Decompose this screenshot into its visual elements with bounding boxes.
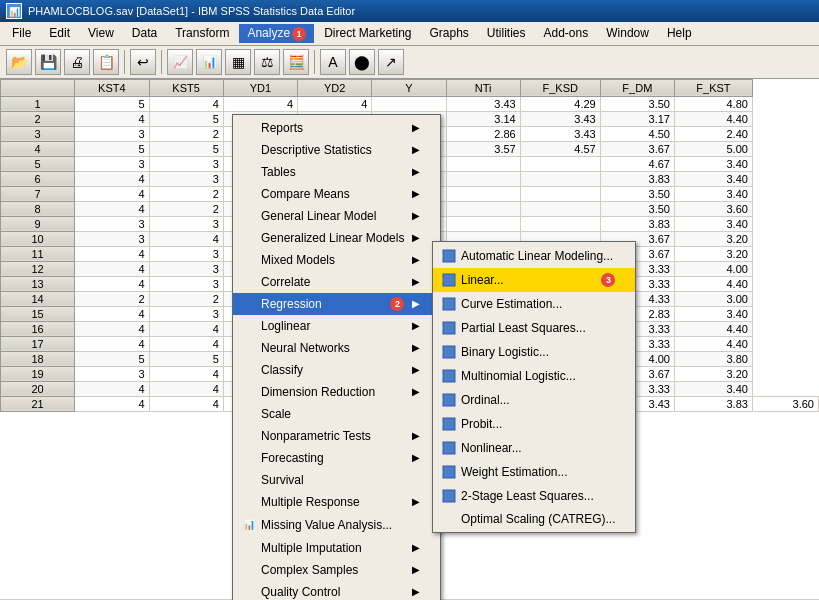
analyze-menu-item-regression[interactable]: Regression2▶: [233, 293, 440, 315]
regression-menu-item-ordinal---[interactable]: Ordinal...: [433, 388, 635, 412]
analyze-menu-item-multiple-imputation[interactable]: Multiple Imputation▶: [233, 537, 440, 559]
menu-item-view[interactable]: View: [80, 24, 122, 42]
cell-F_KST: 3.83: [674, 396, 752, 411]
submenu-arrow-icon: ▶: [412, 188, 420, 199]
cell-F_KST: 3.20: [674, 246, 752, 261]
main-area: KST4KST5YD1YD2YNTiF_KSDF_DMF_KST 154443.…: [0, 79, 819, 599]
menu-item-add-ons[interactable]: Add-ons: [536, 24, 597, 42]
column-header-kst5: KST5: [149, 79, 223, 96]
row-number: 12: [1, 261, 75, 276]
cell-KST4: 3: [75, 156, 149, 171]
cell-KST4: 4: [75, 306, 149, 321]
menu-item-direct-marketing[interactable]: Direct Marketing: [316, 24, 419, 42]
calculator-button[interactable]: 🧮: [283, 49, 309, 75]
circle-button[interactable]: ⬤: [349, 49, 375, 75]
menu-item-graphs[interactable]: Graphs: [421, 24, 476, 42]
analyze-menu-item-neural-networks[interactable]: Neural Networks▶: [233, 337, 440, 359]
analyze-menu-item-mixed-models[interactable]: Mixed Models▶: [233, 249, 440, 271]
cell-KST5: 5: [149, 111, 223, 126]
regression-menu-item-binary-logistic---[interactable]: Binary Logistic...: [433, 340, 635, 364]
menu-item-edit[interactable]: Edit: [41, 24, 78, 42]
analyze-menu-item-quality-control[interactable]: Quality Control▶: [233, 581, 440, 600]
menu-item-label: Multiple Imputation: [261, 541, 404, 555]
regression-menu-label: Probit...: [461, 417, 615, 431]
arrow-button[interactable]: ↗: [378, 49, 404, 75]
regression-menu-item-optimal-scaling-(catreg)---[interactable]: Optimal Scaling (CATREG)...: [433, 508, 635, 530]
analyze-menu-item-survival[interactable]: Survival: [233, 469, 440, 491]
chart-button[interactable]: 📈: [167, 49, 193, 75]
recall-button[interactable]: 📋: [93, 49, 119, 75]
cell-F_DM: 3.50: [600, 201, 674, 216]
analyze-menu-item-forecasting[interactable]: Forecasting▶: [233, 447, 440, 469]
menu-item-transform[interactable]: Transform: [167, 24, 237, 42]
menu-item-file[interactable]: File: [4, 24, 39, 42]
svg-rect-2: [443, 298, 455, 310]
scale-button[interactable]: ⚖: [254, 49, 280, 75]
menu-item-help[interactable]: Help: [659, 24, 700, 42]
regression-menu-item-linear---[interactable]: Linear...3: [433, 268, 635, 292]
cell-NTi: 2.86: [446, 126, 520, 141]
regression-menu-item-automatic-linear-modeling---[interactable]: Automatic Linear Modeling...: [433, 244, 635, 268]
analyze-menu[interactable]: Reports▶Descriptive Statistics▶Tables▶Co…: [232, 114, 441, 600]
regression-menu-label: Weight Estimation...: [461, 465, 615, 479]
analyze-menu-item-tables[interactable]: Tables▶: [233, 161, 440, 183]
cell-F_DM: 3.17: [600, 111, 674, 126]
open-button[interactable]: 📂: [6, 49, 32, 75]
row-number: 14: [1, 291, 75, 306]
regression-menu-item-2-stage-least-squares---[interactable]: 2-Stage Least Squares...: [433, 484, 635, 508]
text-button[interactable]: A: [320, 49, 346, 75]
analyze-menu-item-compare-means[interactable]: Compare Means▶: [233, 183, 440, 205]
cell-KST4: 3: [75, 231, 149, 246]
submenu-arrow-icon: ▶: [412, 232, 420, 243]
analyze-menu-item-classify[interactable]: Classify▶: [233, 359, 440, 381]
cell-F_KST: 5.00: [674, 141, 752, 156]
menu-item-analyze[interactable]: Analyze1: [239, 24, 314, 43]
analyze-menu-item-general-linear-model[interactable]: General Linear Model▶: [233, 205, 440, 227]
regression-menu-label: Curve Estimation...: [461, 297, 615, 311]
analyze-menu-item-multiple-response[interactable]: Multiple Response▶: [233, 491, 440, 513]
menu-item-label: Descriptive Statistics: [261, 143, 404, 157]
cell-KST5: 2: [149, 186, 223, 201]
analyze-menu-item-generalized-linear-models[interactable]: Generalized Linear Models▶: [233, 227, 440, 249]
analyze-menu-item-descriptive-statistics[interactable]: Descriptive Statistics▶: [233, 139, 440, 161]
analyze-menu-item-correlate[interactable]: Correlate▶: [233, 271, 440, 293]
analyze-menu-item-nonparametric-tests[interactable]: Nonparametric Tests▶: [233, 425, 440, 447]
svg-rect-10: [443, 490, 455, 502]
analyze-menu-item-scale[interactable]: Scale: [233, 403, 440, 425]
menu-item-label: General Linear Model: [261, 209, 404, 223]
row-num-header: [1, 79, 75, 96]
cell-KST5: 5: [149, 351, 223, 366]
regression-menu-item-nonlinear---[interactable]: Nonlinear...: [433, 436, 635, 460]
analyze-menu-item-loglinear[interactable]: Loglinear▶: [233, 315, 440, 337]
table-button[interactable]: ▦: [225, 49, 251, 75]
analyze-menu-item-reports[interactable]: Reports▶: [233, 117, 440, 139]
cell-F_KST: 3.20: [674, 366, 752, 381]
analyze-menu-item-missing-value-analysis---[interactable]: 📊Missing Value Analysis...: [233, 513, 440, 537]
menu-item-utilities[interactable]: Utilities: [479, 24, 534, 42]
menu-item-window[interactable]: Window: [598, 24, 657, 42]
menu-item-data[interactable]: Data: [124, 24, 165, 42]
menu-item-label: Tables: [261, 165, 404, 179]
regression-menu-item-weight-estimation---[interactable]: Weight Estimation...: [433, 460, 635, 484]
cell-NTi: 3.43: [446, 96, 520, 111]
regression-submenu[interactable]: Automatic Linear Modeling...Linear...3Cu…: [432, 241, 636, 533]
cell-F_DM: 3.50: [600, 96, 674, 111]
regression-menu-item-probit---[interactable]: Probit...: [433, 412, 635, 436]
save-button[interactable]: 💾: [35, 49, 61, 75]
undo-button[interactable]: ↩: [130, 49, 156, 75]
regression-menu-label: Binary Logistic...: [461, 345, 615, 359]
regression-menu-item-curve-estimation---[interactable]: Curve Estimation...: [433, 292, 635, 316]
analyze-menu-item-dimension-reduction[interactable]: Dimension Reduction▶: [233, 381, 440, 403]
stats-button[interactable]: 📊: [196, 49, 222, 75]
regression-menu-item-partial-least-squares---[interactable]: Partial Least Squares...: [433, 316, 635, 340]
cell-F_KSD: [520, 156, 600, 171]
cell-KST4: 4: [75, 321, 149, 336]
submenu-arrow-icon: ▶: [412, 210, 420, 221]
regression-menu-item-multinomial-logistic---[interactable]: Multinomial Logistic...: [433, 364, 635, 388]
cell-KST5: 2: [149, 201, 223, 216]
analyze-menu-item-complex-samples[interactable]: Complex Samples▶: [233, 559, 440, 581]
svg-rect-0: [443, 250, 455, 262]
print-button[interactable]: 🖨: [64, 49, 90, 75]
cell-KST4: 2: [75, 291, 149, 306]
cell-F_KSD: 3.43: [520, 111, 600, 126]
